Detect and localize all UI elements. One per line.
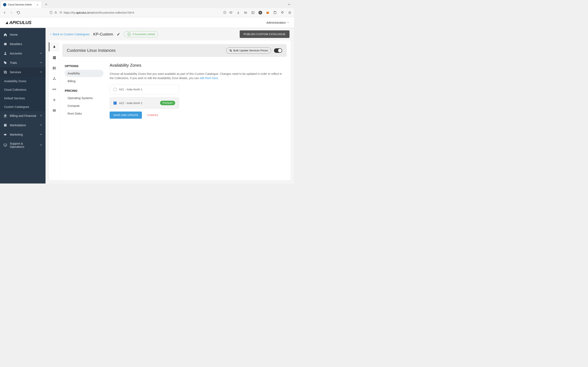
sidebar-item-label: Default Services (4, 97, 25, 100)
panel-toggle[interactable] (274, 48, 282, 53)
forward-button[interactable] (9, 11, 13, 15)
az-option-1[interactable]: AZ1 - India North 1 (110, 84, 179, 94)
sidebar-item-label: Accounts (10, 52, 22, 55)
sidebar-item-marketing[interactable]: Marketing (0, 130, 45, 139)
sidebar-item-services[interactable]: Services (0, 67, 45, 77)
option-availability[interactable]: Availbility (65, 70, 104, 77)
hamburger-menu-icon[interactable] (288, 11, 292, 15)
sidebar-item-marketplace[interactable]: Marketplace (0, 120, 45, 130)
sidebar-item-label: Trials (10, 61, 17, 64)
back-link[interactable]: Back to Custom Catalogues (50, 33, 90, 36)
save-update-button[interactable]: SAVE AND UPDATE (110, 111, 142, 119)
metamask-icon[interactable] (266, 11, 269, 15)
checkbox-az2[interactable] (113, 101, 117, 105)
back-button[interactable] (2, 11, 7, 15)
svg-point-9 (4, 62, 5, 62)
url-area[interactable]: https://try.apiculus.io/admin/#/customis… (23, 11, 227, 15)
favicon-icon (3, 3, 6, 6)
chevron-down-icon (40, 114, 42, 117)
vtab-windows[interactable] (49, 53, 59, 62)
reload-button[interactable] (16, 11, 20, 15)
sidebar-icon[interactable] (251, 11, 255, 15)
extensions-puzzle-icon[interactable] (281, 11, 284, 15)
edit-zones-link[interactable]: edit them here (200, 76, 218, 80)
sidebar-item-resellers[interactable]: Resellers (0, 39, 45, 49)
permissions-icon (59, 11, 62, 15)
user-icon (3, 51, 7, 55)
badge-icon (3, 42, 7, 46)
sidebar-item-billing-financial[interactable]: Billing and Financial (0, 111, 45, 120)
checkbox-az1[interactable] (113, 88, 117, 91)
sidebar-item-support-operations[interactable]: Support & Operations (0, 139, 45, 151)
sidebar-item-label: Custom Catalogues (4, 105, 29, 108)
svg-point-22 (54, 100, 55, 100)
admin-dropdown[interactable]: Administration (267, 21, 289, 24)
bank-icon (3, 114, 7, 118)
sidebar-sub-custom-catalogues[interactable]: Custom Catalogues (1, 103, 45, 111)
svg-point-7 (4, 44, 5, 44)
accounts-linked-badge[interactable]: 3 Accounts Linked (124, 31, 158, 37)
sidebar-item-label: Marketing (10, 133, 23, 136)
sidebar-sub-default-services[interactable]: Default Services (1, 94, 45, 103)
option-compute[interactable]: Compute (65, 102, 104, 109)
chevron-down-icon (40, 61, 42, 64)
lock-icon (54, 11, 57, 15)
panel-title: Customise Linux Instances (67, 48, 116, 53)
bookmark-star-icon[interactable] (223, 11, 227, 15)
caret-down-icon (287, 22, 289, 24)
pocket-icon[interactable] (229, 11, 233, 15)
az-option-2[interactable]: AZ2 - India North 2 Premium (110, 97, 179, 109)
home-icon (3, 33, 7, 37)
library-icon[interactable] (244, 11, 247, 15)
vtab-storage[interactable] (49, 64, 59, 73)
availability-zones-section: Availability Zones Choose all Availabili… (110, 63, 284, 119)
accounts-linked-icon (127, 33, 131, 36)
new-tab-button[interactable]: + (43, 2, 49, 7)
vtab-broadcast[interactable] (49, 85, 59, 94)
option-billing[interactable]: Billing (65, 77, 104, 85)
sidebar-item-accounts[interactable]: Accounts (0, 49, 45, 58)
extension-icon[interactable] (273, 11, 277, 15)
svg-point-21 (54, 89, 54, 90)
vtab-kubernetes[interactable] (49, 95, 59, 104)
sidebar: Home Resellers Accounts Trials Services … (0, 28, 45, 184)
sidebar-item-trials[interactable]: Trials (0, 58, 45, 67)
close-tab-icon[interactable]: × (36, 3, 39, 6)
tabs-overflow-icon[interactable] (287, 3, 293, 7)
logo[interactable]: ▲APICULUS (5, 20, 31, 25)
chevron-left-icon (50, 33, 52, 35)
download-icon[interactable] (236, 11, 240, 15)
chevron-up-icon (40, 71, 42, 74)
vtab-network[interactable] (49, 74, 59, 83)
svg-rect-4 (274, 12, 276, 14)
svg-rect-11 (5, 72, 7, 73)
section-description: Choose all Availability Zones that you w… (110, 72, 284, 80)
sidebar-item-label: Cloud Collections (4, 88, 26, 91)
option-operating-systems[interactable]: Operating Systems (65, 94, 104, 102)
monitor-icon (3, 143, 7, 147)
sidebar-sub-availability-zones[interactable]: Availability Zones (1, 77, 45, 85)
az-label: AZ1 - India North 1 (119, 88, 142, 91)
option-root-disks[interactable]: Root Disks (65, 110, 104, 117)
tab-bar: Cloud Services Admin × + (0, 0, 294, 8)
layers-icon (3, 70, 7, 74)
address-bar: https://try.apiculus.io/admin/#/customis… (0, 8, 294, 17)
sidebar-sub-cloud-collections[interactable]: Cloud Collections (1, 85, 45, 94)
percent-icon (229, 49, 232, 52)
vtab-database[interactable] (49, 106, 59, 115)
svg-rect-0 (55, 12, 57, 13)
sidebar-item-home[interactable]: Home (0, 30, 45, 39)
vtab-linux[interactable] (49, 42, 59, 51)
sidebar-item-label: Marketplace (10, 124, 26, 127)
pricing-heading: PRICING (65, 89, 104, 92)
edit-pencil-icon[interactable] (117, 33, 120, 36)
sidebar-item-label: Home (10, 33, 18, 36)
publish-catalogue-button[interactable]: PUBLISH CUSTOM CATALOGUE (240, 30, 290, 38)
sidebar-item-label: Support & Operations (10, 142, 37, 149)
svg-point-16 (53, 67, 54, 68)
bulk-update-button[interactable]: Bulk Update Services Prices (226, 47, 271, 54)
cancel-button[interactable]: CANCEL (147, 114, 158, 117)
sidebar-item-label: Resellers (10, 42, 22, 46)
browser-tab[interactable]: Cloud Services Admin × (1, 1, 42, 8)
k-extension-icon[interactable]: K (259, 11, 262, 15)
